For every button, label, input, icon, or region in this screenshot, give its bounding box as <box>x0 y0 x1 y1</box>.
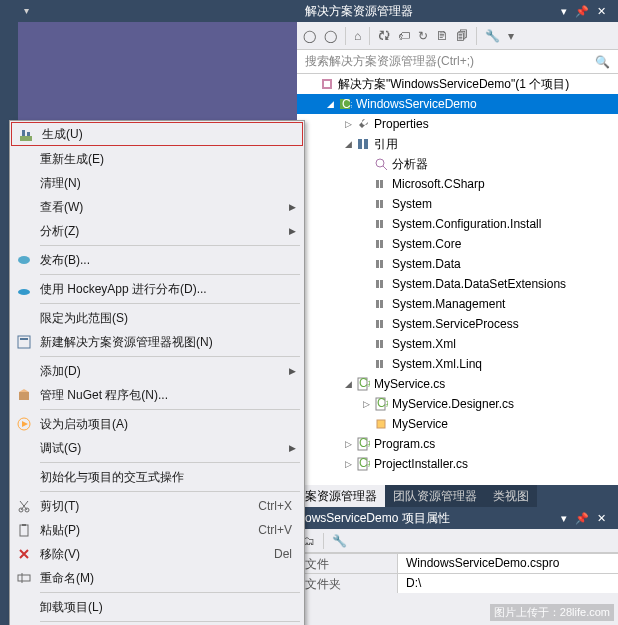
tree-node[interactable]: ▷Properties <box>297 114 618 134</box>
tree-node[interactable]: MyService <box>297 414 618 434</box>
tree-node[interactable]: System.Core <box>297 234 618 254</box>
tree-node[interactable]: System.Xml.Linq <box>297 354 618 374</box>
tree-node[interactable]: ◢引用 <box>297 134 618 154</box>
tree-node-label: Program.cs <box>374 437 435 451</box>
home-icon[interactable]: ⌂ <box>354 29 361 43</box>
menu-item[interactable]: 发布(B)... <box>10 248 304 272</box>
nuget-icon <box>16 387 32 403</box>
refresh-icon[interactable]: ↻ <box>418 29 428 43</box>
tree-node-label: System.Configuration.Install <box>392 217 541 231</box>
tree-node[interactable]: ◢C#MyService.cs <box>297 374 618 394</box>
tree-node[interactable]: ▷C#Program.cs <box>297 434 618 454</box>
property-key: 文件 <box>297 554 397 573</box>
menu-item[interactable]: 重命名(M) <box>10 566 304 590</box>
tool-tab[interactable]: 案资源管理器 <box>297 485 385 507</box>
menu-item[interactable]: 管理 NuGet 程序包(N)... <box>10 383 304 407</box>
pin-icon[interactable]: 📌 <box>575 512 589 525</box>
expander-icon[interactable]: ◢ <box>323 99 337 109</box>
tool-tab[interactable]: 类视图 <box>485 485 537 507</box>
menu-item[interactable]: 限定为此范围(S) <box>10 306 304 330</box>
menu-item[interactable]: 查看(W)▶ <box>10 195 304 219</box>
menu-item[interactable]: 生成(U) <box>11 122 303 146</box>
menu-item[interactable]: 分析(Z)▶ <box>10 219 304 243</box>
tree-node[interactable]: System.ServiceProcess <box>297 314 618 334</box>
tree-node[interactable]: ▷C#ProjectInstaller.cs <box>297 454 618 474</box>
menu-item-label: 新建解决方案资源管理器视图(N) <box>40 334 213 351</box>
search-icon[interactable]: 🔍 <box>595 55 610 69</box>
expander-icon[interactable]: ▷ <box>359 399 373 409</box>
submenu-arrow-icon: ▶ <box>289 202 296 212</box>
tree-node-label: MyService.Designer.cs <box>392 397 514 411</box>
collapse-icon[interactable]: 🖹 <box>436 29 448 43</box>
separator <box>40 245 300 246</box>
menu-item[interactable]: 使用 HockeyApp 进行分布(D)... <box>10 277 304 301</box>
menu-item-label: 移除(V) <box>40 546 80 563</box>
svg-point-4 <box>18 289 30 295</box>
solution-tree[interactable]: 解决方案"WindowsServiceDemo"(1 个项目)◢C#Window… <box>297 74 618 506</box>
property-row[interactable]: 文件WindowsServiceDemo.cspro <box>297 553 618 573</box>
sync-icon[interactable]: 🗘 <box>378 29 390 43</box>
tree-node[interactable]: System.Management <box>297 294 618 314</box>
menu-item[interactable]: 移除(V)Del <box>10 542 304 566</box>
menu-item[interactable]: 添加(D)▶ <box>10 359 304 383</box>
tree-node[interactable]: ◢C#WindowsServiceDemo <box>297 94 618 114</box>
tree-node[interactable]: System.Xml <box>297 334 618 354</box>
tree-node[interactable]: 解决方案"WindowsServiceDemo"(1 个项目) <box>297 74 618 94</box>
editor-tabbar[interactable]: ▾ <box>18 0 297 22</box>
menu-item-label: 限定为此范围(S) <box>40 310 128 327</box>
menu-item[interactable]: 设为启动项目(A) <box>10 412 304 436</box>
cut-icon <box>16 498 32 514</box>
svg-point-3 <box>18 256 30 264</box>
tree-node[interactable]: 分析器 <box>297 154 618 174</box>
expander-icon[interactable]: ◢ <box>341 379 355 389</box>
dropdown-icon[interactable]: ▾ <box>561 512 567 525</box>
cs-icon: C# <box>373 396 389 412</box>
tree-node[interactable]: System.Data.DataSetExtensions <box>297 274 618 294</box>
tree-node[interactable]: ▷C#MyService.Designer.cs <box>297 394 618 414</box>
expander-icon[interactable]: ▷ <box>341 119 355 129</box>
tool-tab[interactable]: 团队资源管理器 <box>385 485 485 507</box>
tree-node[interactable]: System <box>297 194 618 214</box>
svg-rect-47 <box>377 420 385 428</box>
menu-item[interactable]: 调试(G)▶ <box>10 436 304 460</box>
showall-icon[interactable]: 🗐 <box>456 29 468 43</box>
chevron-down-icon[interactable]: ▾ <box>24 5 29 16</box>
expander-icon[interactable]: ▷ <box>341 459 355 469</box>
tag-icon[interactable]: 🏷 <box>398 29 410 43</box>
menu-item[interactable]: 重新生成(E) <box>10 147 304 171</box>
svg-rect-27 <box>376 220 379 228</box>
expander-icon[interactable]: ▷ <box>341 439 355 449</box>
menu-item[interactable]: 剪切(T)Ctrl+X <box>10 494 304 518</box>
menu-item[interactable]: 清理(N) <box>10 171 304 195</box>
tree-node[interactable]: System.Configuration.Install <box>297 214 618 234</box>
menu-item[interactable]: 卸载项目(L) <box>10 595 304 619</box>
rename-icon <box>16 570 32 586</box>
tree-node[interactable]: System.Data <box>297 254 618 274</box>
pin-icon[interactable]: 📌 <box>575 5 589 18</box>
submenu-arrow-icon: ▶ <box>289 226 296 236</box>
menu-item[interactable]: 粘贴(P)Ctrl+V <box>10 518 304 542</box>
wrench-icon[interactable]: 🔧 <box>485 29 500 43</box>
expander-icon[interactable]: ◢ <box>341 139 355 149</box>
ref-icon <box>373 256 389 272</box>
svg-rect-1 <box>22 130 25 136</box>
svg-rect-26 <box>380 200 383 208</box>
menu-item[interactable]: 新建解决方案资源管理器视图(N) <box>10 330 304 354</box>
back-icon[interactable]: ◯ <box>303 29 316 43</box>
close-icon[interactable]: ✕ <box>597 512 606 525</box>
separator <box>40 409 300 410</box>
menu-item-label: 清理(N) <box>40 175 81 192</box>
search-input[interactable]: 搜索解决方案资源管理器(Ctrl+;) 🔍 <box>297 50 618 74</box>
svg-rect-29 <box>376 240 379 248</box>
svg-text:C#: C# <box>342 97 352 111</box>
ref-icon <box>373 236 389 252</box>
property-row[interactable]: 文件夹D:\ <box>297 573 618 593</box>
menu-item[interactable]: 初始化与项目的交互式操作 <box>10 465 304 489</box>
tree-node-label: 分析器 <box>392 156 428 173</box>
tree-node[interactable]: Microsoft.CSharp <box>297 174 618 194</box>
forward-icon[interactable]: ◯ <box>324 29 337 43</box>
dropdown-icon[interactable]: ▾ <box>561 5 567 18</box>
more-icon[interactable]: ▾ <box>508 29 514 43</box>
close-icon[interactable]: ✕ <box>597 5 606 18</box>
wrench-icon[interactable]: 🔧 <box>332 534 347 548</box>
